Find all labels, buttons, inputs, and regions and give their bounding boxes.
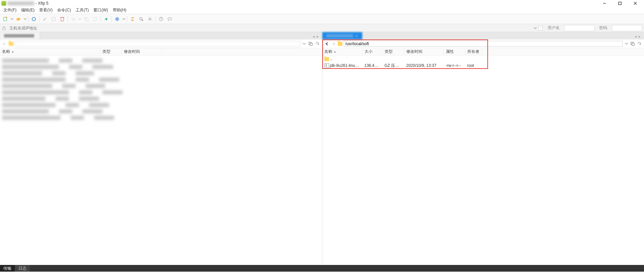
svg-point-16 <box>140 17 142 20</box>
local-new-window-button[interactable] <box>308 41 313 46</box>
remote-pane: × ◂ ▸ 名称▲ 大小 类型 修改时间 属性 所有者 .. <box>322 32 644 265</box>
svg-rect-14 <box>94 17 96 21</box>
find-button[interactable] <box>138 16 145 22</box>
svg-rect-1 <box>619 2 621 5</box>
toolbar: ? <box>0 14 644 24</box>
host-input[interactable] <box>8 25 532 31</box>
svg-rect-8 <box>52 17 55 21</box>
folder-icon <box>9 42 13 46</box>
password-input[interactable] <box>612 25 642 31</box>
remote-col-type[interactable]: 类型 <box>383 48 404 55</box>
svg-rect-9 <box>61 17 64 21</box>
remote-path-input[interactable] <box>344 41 623 47</box>
edit-button[interactable] <box>42 16 48 22</box>
menu-tools[interactable]: 工具(T) <box>76 7 89 13</box>
app-title: - Xftp 5 <box>35 1 49 6</box>
help-button[interactable]: ? <box>158 16 164 22</box>
menubar: 文件(F) 编辑(E) 查看(V) 命令(C) 工具(T) 窗口(W) 帮助(H… <box>0 7 644 14</box>
remote-col-size[interactable]: 大小 <box>363 48 383 55</box>
menu-file[interactable]: 文件(F) <box>3 7 16 13</box>
parent-dir-row[interactable]: .. <box>322 56 644 62</box>
new-folder-button[interactable] <box>70 16 77 22</box>
menu-edit[interactable]: 编辑(E) <box>21 7 34 13</box>
transfer-right-button[interactable] <box>103 16 109 22</box>
statusbar: 传输 日志 <box>0 265 644 272</box>
svg-line-17 <box>142 20 143 21</box>
tab-close-icon[interactable]: × <box>356 34 358 38</box>
folder-icon <box>338 42 342 46</box>
svg-rect-21 <box>3 28 5 30</box>
remote-col-attr[interactable]: 属性 <box>444 48 465 55</box>
svg-rect-11 <box>72 18 75 20</box>
globe-button[interactable] <box>114 16 120 22</box>
remote-refresh-button[interactable] <box>637 41 642 46</box>
remote-path-dropdown[interactable] <box>624 43 629 44</box>
local-nav-back[interactable]: ← <box>2 41 7 46</box>
open-button[interactable] <box>15 16 22 22</box>
local-col-type[interactable]: 类型 <box>100 48 122 55</box>
tab-scroll-left[interactable]: ◂ <box>635 34 638 37</box>
remote-file-list[interactable]: .. jdk-8u261-linux-x64... 136.48MB GZ 压缩… <box>322 56 644 265</box>
remote-col-name[interactable]: 名称▲ <box>322 48 363 55</box>
host-dropdown[interactable] <box>534 26 537 29</box>
lock-icon <box>2 26 6 30</box>
session-name-blurred <box>7 1 34 5</box>
local-col-name[interactable]: 名称▲ <box>0 48 100 55</box>
feedback-button[interactable] <box>166 16 173 22</box>
app-icon <box>1 1 6 6</box>
local-path-input[interactable] <box>15 41 301 47</box>
local-tab[interactable] <box>0 32 40 39</box>
svg-rect-13 <box>86 18 88 21</box>
menu-command[interactable]: 命令(C) <box>57 7 71 13</box>
svg-rect-23 <box>310 43 312 45</box>
status-tab-transfer[interactable]: 传输 <box>0 265 15 272</box>
open-dropdown[interactable] <box>24 17 26 20</box>
remote-col-mod[interactable]: 修改时间 <box>404 48 444 55</box>
paste-button[interactable] <box>92 16 98 22</box>
local-refresh-button[interactable] <box>315 41 320 46</box>
new-session-dropdown[interactable] <box>11 17 13 20</box>
status-tab-log[interactable]: 日志 <box>15 265 30 272</box>
delete-button[interactable] <box>59 16 66 22</box>
svg-rect-25 <box>632 43 634 45</box>
close-button[interactable] <box>631 0 640 6</box>
local-col-mod[interactable]: 修改时间 <box>122 48 162 55</box>
local-pane: ◂ ▸ ← 名称▲ 类型 修改时间 <box>0 32 322 265</box>
menu-view[interactable]: 查看(V) <box>39 7 53 13</box>
settings-button[interactable] <box>147 16 153 22</box>
host-browse-button[interactable]: ⋯ <box>538 26 543 30</box>
username-input[interactable] <box>564 25 594 31</box>
new-folder-dropdown[interactable] <box>79 17 81 20</box>
copy-button[interactable] <box>83 16 90 22</box>
globe-dropdown[interactable] <box>123 17 125 20</box>
remote-col-owner[interactable]: 所有者 <box>465 48 482 55</box>
tab-scroll-left[interactable]: ◂ <box>313 34 316 37</box>
remote-tab[interactable]: × <box>322 32 363 39</box>
archive-icon <box>324 63 329 68</box>
svg-text:?: ? <box>160 17 162 21</box>
properties-button[interactable] <box>50 16 57 22</box>
remote-new-window-button[interactable] <box>630 41 635 46</box>
tab-scroll-right[interactable]: ▸ <box>317 34 320 37</box>
sync-button[interactable] <box>129 16 136 22</box>
address-bar: ⋯ 用户名 密码 <box>0 24 644 32</box>
minimize-button[interactable] <box>600 0 609 6</box>
maximize-button[interactable] <box>615 0 625 6</box>
remote-nav-back[interactable] <box>324 41 330 46</box>
local-path-dropdown[interactable] <box>302 43 307 44</box>
svg-point-18 <box>149 18 151 20</box>
remote-nav-forward[interactable] <box>331 41 336 46</box>
new-session-button[interactable] <box>2 16 9 22</box>
local-file-list[interactable] <box>0 56 322 265</box>
password-label: 密码 <box>596 25 610 31</box>
menu-window[interactable]: 窗口(W) <box>93 7 108 13</box>
table-row[interactable]: jdk-8u261-linux-x64... 136.48MB GZ 压缩文..… <box>322 62 644 69</box>
menu-help[interactable]: 帮助(H) <box>113 7 127 13</box>
tab-scroll-right[interactable]: ▸ <box>639 34 642 37</box>
reconnect-button[interactable] <box>30 16 37 22</box>
titlebar: - Xftp 5 <box>0 0 644 7</box>
username-label: 用户名 <box>545 25 562 31</box>
